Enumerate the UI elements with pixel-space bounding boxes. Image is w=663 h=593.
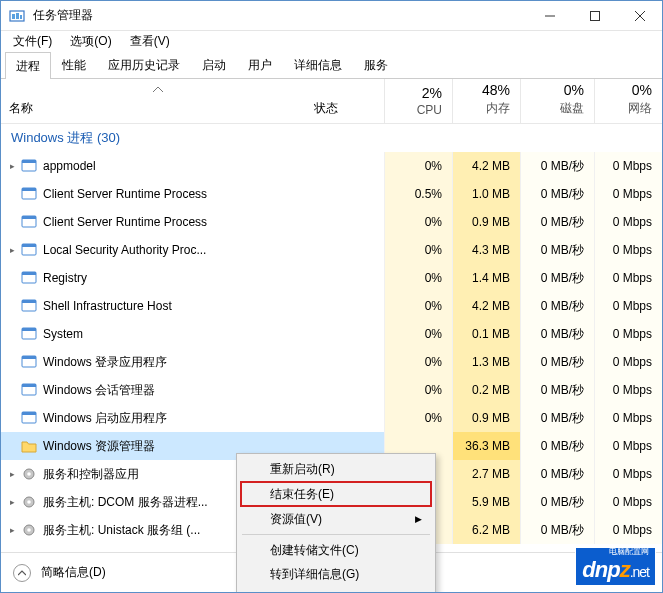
process-row[interactable]: ▸ appmodel 0% 4.2 MB 0 MB/秒 0 Mbps (1, 152, 662, 180)
col-disk[interactable]: 0% 磁盘 (520, 79, 594, 123)
cell-disk: 0 MB/秒 (520, 432, 594, 460)
svg-rect-27 (22, 412, 36, 415)
expand-icon[interactable]: ▸ (5, 525, 19, 535)
cell-network: 0 Mbps (594, 376, 662, 404)
menu-file[interactable]: 文件(F) (5, 31, 60, 52)
cell-cpu: 0% (384, 208, 452, 236)
svg-point-29 (27, 472, 31, 476)
cpu-percent: 2% (422, 85, 442, 101)
process-name: Windows 资源管理器 (43, 438, 155, 455)
process-row[interactable]: Registry 0% 1.4 MB 0 MB/秒 0 Mbps (1, 264, 662, 292)
svg-rect-13 (22, 216, 36, 219)
context-menu-item[interactable]: 资源值(V)▶ (240, 507, 432, 531)
tab-details[interactable]: 详细信息 (283, 51, 353, 78)
tab-app-history[interactable]: 应用历史记录 (97, 51, 191, 78)
context-menu: 重新启动(R)结束任务(E)资源值(V)▶创建转储文件(C)转到详细信息(G)打… (236, 453, 436, 593)
fewer-details-label[interactable]: 简略信息(D) (41, 564, 106, 581)
cell-cpu: 0% (384, 152, 452, 180)
context-menu-item[interactable]: 创建转储文件(C) (240, 538, 432, 562)
context-menu-item[interactable]: 打开文件所在的位置(O) (240, 586, 432, 593)
cell-network: 0 Mbps (594, 236, 662, 264)
process-name: 服务主机: Unistack 服务组 (... (43, 522, 200, 539)
watermark: 电脑配置网 dnpz.net (575, 547, 656, 586)
menu-view[interactable]: 查看(V) (122, 31, 178, 52)
process-row[interactable]: Windows 登录应用程序 0% 1.3 MB 0 MB/秒 0 Mbps (1, 348, 662, 376)
svg-rect-11 (22, 188, 36, 191)
cell-network: 0 Mbps (594, 460, 662, 488)
svg-rect-3 (20, 15, 22, 19)
cell-memory: 0.9 MB (452, 404, 520, 432)
cell-cpu: 0% (384, 236, 452, 264)
cell-network: 0 Mbps (594, 292, 662, 320)
process-row[interactable]: Windows 会话管理器 0% 0.2 MB 0 MB/秒 0 Mbps (1, 376, 662, 404)
tab-processes[interactable]: 进程 (5, 52, 51, 79)
process-name: 服务主机: DCOM 服务器进程... (43, 494, 208, 511)
cell-network: 0 Mbps (594, 320, 662, 348)
cell-network: 0 Mbps (594, 348, 662, 376)
cell-disk: 0 MB/秒 (520, 516, 594, 544)
cell-network: 0 Mbps (594, 152, 662, 180)
menubar: 文件(F) 选项(O) 查看(V) (1, 31, 662, 51)
context-menu-item[interactable]: 结束任务(E) (240, 481, 432, 507)
process-name: Local Security Authority Proc... (43, 243, 206, 257)
expand-icon[interactable]: ▸ (5, 497, 19, 507)
context-menu-item[interactable]: 重新启动(R) (240, 457, 432, 481)
fewer-details-icon[interactable] (13, 564, 31, 582)
process-name: Client Server Runtime Process (43, 187, 207, 201)
svg-rect-5 (590, 11, 599, 20)
process-row[interactable]: Client Server Runtime Process 0.5% 1.0 M… (1, 180, 662, 208)
tab-users[interactable]: 用户 (237, 51, 283, 78)
cell-cpu: 0% (384, 404, 452, 432)
process-name: Client Server Runtime Process (43, 215, 207, 229)
titlebar: 任务管理器 (1, 1, 662, 31)
cell-disk: 0 MB/秒 (520, 488, 594, 516)
cell-disk: 0 MB/秒 (520, 236, 594, 264)
maximize-button[interactable] (572, 1, 617, 30)
col-memory[interactable]: 48% 内存 (452, 79, 520, 123)
process-row[interactable]: Windows 启动应用程序 0% 0.9 MB 0 MB/秒 0 Mbps (1, 404, 662, 432)
process-icon (21, 326, 37, 342)
col-status[interactable]: 状态 (314, 79, 384, 123)
cell-network: 0 Mbps (594, 180, 662, 208)
tabbar: 进程 性能 应用历史记录 启动 用户 详细信息 服务 (1, 51, 662, 79)
minimize-button[interactable] (527, 1, 572, 30)
col-cpu[interactable]: 2% CPU (384, 79, 452, 123)
menu-options[interactable]: 选项(O) (62, 31, 119, 52)
expand-icon[interactable]: ▸ (5, 245, 19, 255)
process-icon (21, 158, 37, 174)
cell-disk: 0 MB/秒 (520, 208, 594, 236)
close-button[interactable] (617, 1, 662, 30)
context-menu-item[interactable]: 转到详细信息(G) (240, 562, 432, 586)
expand-icon[interactable]: ▸ (5, 161, 19, 171)
svg-rect-17 (22, 272, 36, 275)
process-row[interactable]: Shell Infrastructure Host 0% 4.2 MB 0 MB… (1, 292, 662, 320)
process-name: Windows 登录应用程序 (43, 354, 167, 371)
tab-performance[interactable]: 性能 (51, 51, 97, 78)
process-row[interactable]: System 0% 0.1 MB 0 MB/秒 0 Mbps (1, 320, 662, 348)
cell-network: 0 Mbps (594, 516, 662, 544)
svg-rect-1 (12, 14, 15, 19)
process-row[interactable]: ▸ Local Security Authority Proc... 0% 4.… (1, 236, 662, 264)
tab-services[interactable]: 服务 (353, 51, 399, 78)
disk-percent: 0% (564, 82, 584, 98)
context-menu-separator (242, 534, 430, 535)
process-name: System (43, 327, 83, 341)
cell-network: 0 Mbps (594, 404, 662, 432)
tab-startup[interactable]: 启动 (191, 51, 237, 78)
col-network[interactable]: 0% 网络 (594, 79, 662, 123)
col-name[interactable]: 名称 (1, 79, 314, 123)
process-icon (21, 298, 37, 314)
cell-disk: 0 MB/秒 (520, 348, 594, 376)
cell-memory: 1.3 MB (452, 348, 520, 376)
mem-percent: 48% (482, 82, 510, 98)
cell-network: 0 Mbps (594, 488, 662, 516)
process-name: Shell Infrastructure Host (43, 299, 172, 313)
process-icon (21, 410, 37, 426)
process-row[interactable]: Client Server Runtime Process 0% 0.9 MB … (1, 208, 662, 236)
group-windows-processes[interactable]: Windows 进程 (30) (1, 124, 662, 152)
app-icon (9, 8, 25, 24)
process-icon (21, 186, 37, 202)
expand-icon[interactable]: ▸ (5, 469, 19, 479)
window-title: 任务管理器 (33, 7, 527, 24)
sort-arrow-icon (153, 82, 163, 96)
